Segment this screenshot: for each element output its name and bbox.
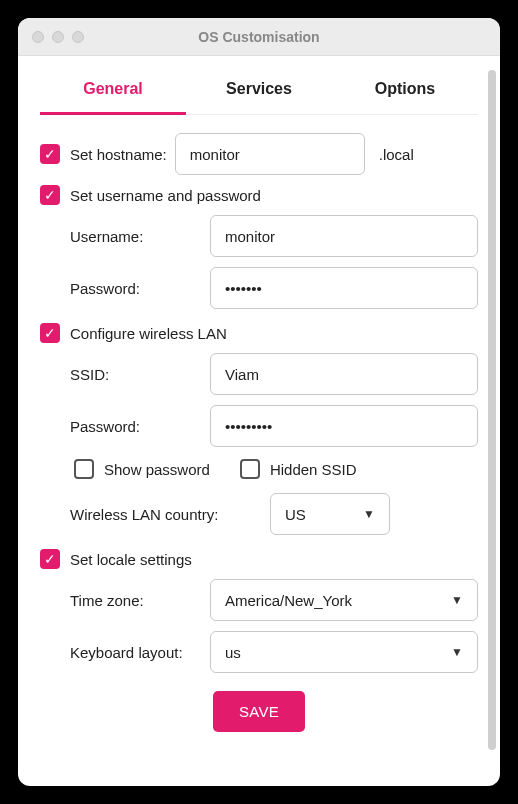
hostname-input[interactable] <box>175 133 365 175</box>
hidden-ssid-label: Hidden SSID <box>270 461 357 478</box>
credentials-header: Set username and password <box>70 187 261 204</box>
show-password-toggle[interactable]: Show password <box>74 459 210 479</box>
hostname-checkbox[interactable]: ✓ <box>40 144 60 164</box>
chevron-down-icon: ▼ <box>451 645 463 659</box>
show-password-label: Show password <box>104 461 210 478</box>
timezone-value: America/New_York <box>225 592 352 609</box>
locale-header: Set locale settings <box>70 551 192 568</box>
tab-options[interactable]: Options <box>332 62 478 114</box>
save-button[interactable]: SAVE <box>213 691 305 732</box>
keyboard-label: Keyboard layout: <box>70 644 200 661</box>
check-icon: ✓ <box>44 147 56 161</box>
check-icon: ✓ <box>44 188 56 202</box>
hostname-suffix: .local <box>379 146 414 163</box>
hidden-ssid-checkbox[interactable] <box>240 459 260 479</box>
check-icon: ✓ <box>44 552 56 566</box>
close-window-button[interactable] <box>32 31 44 43</box>
wifi-password-input[interactable] <box>210 405 478 447</box>
timezone-select[interactable]: America/New_York ▼ <box>210 579 478 621</box>
maximize-window-button[interactable] <box>72 31 84 43</box>
wifi-header: Configure wireless LAN <box>70 325 227 342</box>
content-area: General Services Options ✓ Set hostname:… <box>18 56 500 784</box>
tab-services[interactable]: Services <box>186 62 332 114</box>
dialog-window: OS Customisation General Services Option… <box>18 18 500 786</box>
username-label: Username: <box>70 228 200 245</box>
wifi-checkbox[interactable]: ✓ <box>40 323 60 343</box>
keyboard-value: us <box>225 644 241 661</box>
hidden-ssid-toggle[interactable]: Hidden SSID <box>240 459 357 479</box>
ssid-input[interactable] <box>210 353 478 395</box>
wifi-country-label: Wireless LAN country: <box>70 506 270 523</box>
window-controls <box>18 31 84 43</box>
show-password-checkbox[interactable] <box>74 459 94 479</box>
window-title: OS Customisation <box>18 29 500 45</box>
minimize-window-button[interactable] <box>52 31 64 43</box>
chevron-down-icon: ▼ <box>451 593 463 607</box>
user-password-input[interactable] <box>210 267 478 309</box>
timezone-label: Time zone: <box>70 592 200 609</box>
credentials-checkbox[interactable]: ✓ <box>40 185 60 205</box>
ssid-label: SSID: <box>70 366 200 383</box>
titlebar: OS Customisation <box>18 18 500 56</box>
hostname-label: Set hostname: <box>70 146 167 163</box>
locale-checkbox[interactable]: ✓ <box>40 549 60 569</box>
tabs: General Services Options <box>40 62 478 115</box>
username-input[interactable] <box>210 215 478 257</box>
chevron-down-icon: ▼ <box>363 507 375 521</box>
keyboard-select[interactable]: us ▼ <box>210 631 478 673</box>
tab-general[interactable]: General <box>40 62 186 115</box>
wifi-country-select[interactable]: US ▼ <box>270 493 390 535</box>
wifi-country-value: US <box>285 506 306 523</box>
scrollbar[interactable] <box>488 70 496 750</box>
check-icon: ✓ <box>44 326 56 340</box>
wifi-password-label: Password: <box>70 418 200 435</box>
user-password-label: Password: <box>70 280 200 297</box>
